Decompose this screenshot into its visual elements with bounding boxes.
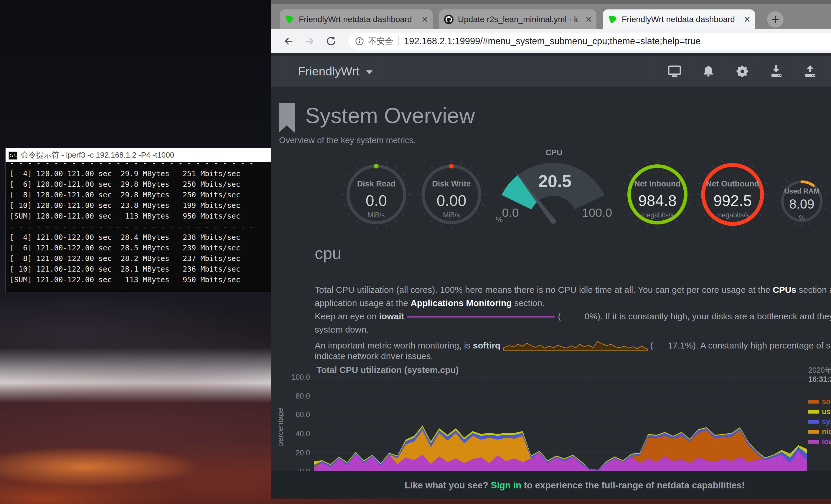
gauge-value: 20.5 [511, 171, 599, 191]
chart-time: 16:31:2 [808, 375, 831, 384]
terminal-line: [ 6] 120.00-121.00 sec 29.8 MBytes 250 M… [10, 179, 267, 190]
monitor-icon [667, 65, 682, 78]
tab-close-icon[interactable]: × [585, 15, 592, 24]
monitor-button[interactable] [657, 56, 691, 87]
hostname-dropdown[interactable]: FriendlyWrt [286, 56, 380, 87]
import-button[interactable] [759, 56, 793, 87]
help-line-2: application usage at the Applications Mo… [315, 298, 545, 308]
legend-label: iowait [822, 438, 831, 446]
gauge-min: 0.0 [481, 206, 540, 220]
legend-swatch [808, 430, 819, 434]
terminal-line: [ 8] 121.00-122.00 sec 28.2 MBytes 237 M… [10, 253, 267, 264]
tab-netdata-1[interactable]: FriendlyWrt netdata dashboard × [280, 9, 433, 29]
terminal-title-bar[interactable]: C:\. 命令提示符 - iperf3 -c 192.168.1.2 -P4 -… [6, 148, 271, 162]
applications-monitoring-link[interactable]: Applications Monitoring [410, 298, 512, 308]
signin-text-pre: Like what you see? [405, 480, 491, 491]
export-button[interactable] [793, 56, 827, 87]
legend-swatch [808, 400, 819, 404]
gauge-unit: % [757, 214, 831, 221]
reload-icon[interactable] [325, 36, 337, 47]
download-icon [769, 65, 783, 78]
ytick: 20.0 [284, 449, 310, 457]
gauge-label: Used RAM [757, 187, 831, 195]
netdata-icon [608, 14, 618, 25]
legend-item-nice[interactable]: nice [808, 426, 831, 437]
netdata-icon [285, 14, 295, 25]
info-icon[interactable] [355, 36, 364, 46]
disk-read-dot [374, 164, 379, 169]
section-title: cpu [315, 244, 341, 263]
gauge-label: Disk Write [407, 179, 496, 188]
signin-text-post: to experience the full-range of netdata … [521, 480, 745, 491]
desktop: C:\. 命令提示符 - iperf3 -c 192.168.1.2 -P4 -… [0, 0, 831, 504]
tab-separator [435, 14, 436, 25]
chart-title: Total CPU utilization (system.cpu) [316, 365, 459, 375]
bell-icon [702, 65, 715, 78]
terminal-line: [ 10] 121.00-122.00 sec 28.1 MBytes 236 … [10, 264, 267, 274]
ytick: 60.0 [284, 410, 310, 419]
security-label: 不安全 [368, 36, 393, 47]
tab-github[interactable]: Update r2s_lean_minimal.yml · k × [439, 9, 596, 29]
legend-label: nice [822, 427, 831, 436]
signin-banner: Like what you see? Sign in to experience… [271, 471, 831, 499]
gauge-value: 8.09 [757, 197, 831, 211]
legend-swatch [808, 420, 819, 423]
tab-close-icon[interactable]: × [744, 15, 750, 24]
github-icon [444, 14, 454, 25]
terminal-line: [ 4] 120.00-121.00 sec 29.9 MBytes 251 M… [10, 169, 267, 179]
terminal-line: [SUM] 121.00-122.00 sec 113 MBytes 950 M… [10, 274, 267, 285]
terminal-line: [ 6] 121.00-122.00 sec 28.5 MBytes 239 M… [10, 243, 267, 253]
settings-button[interactable] [725, 56, 759, 87]
legend-label: system [822, 417, 831, 426]
terminal-output: - - - - - - - - - - - - - - - - - - - - … [6, 162, 271, 292]
back-icon[interactable] [283, 36, 294, 47]
extra-button-partial[interactable] [829, 56, 831, 87]
gear-icon [736, 64, 749, 78]
gauge-label: CPU [510, 148, 598, 157]
legend-item-softirq[interactable]: softirq [808, 396, 831, 407]
ytick: 100.0 [284, 373, 310, 382]
softirq-value: 17.1%). [668, 340, 698, 350]
chart-areas [314, 425, 807, 472]
address-bar[interactable]: 不安全 192.168.2.1:19999/#menu_system_subme… [348, 33, 831, 50]
iowait-sparkline[interactable] [407, 316, 554, 318]
legend-swatch [808, 410, 819, 414]
cpus-link[interactable]: CPUs [773, 285, 796, 295]
softirq-sparkline[interactable] [503, 338, 648, 351]
chart-ylabel: percentage [276, 403, 284, 450]
new-tab-button[interactable]: + [767, 11, 783, 28]
bookmark-icon [279, 103, 295, 132]
help-line-5: An important metric worth monitoring, is… [315, 338, 831, 351]
page-title: System Overview [305, 103, 475, 128]
browser-window: FriendlyWrt netdata dashboard × Update r… [271, 0, 831, 499]
netdata-navbar: FriendlyWrt [271, 56, 831, 87]
chevron-down-icon [366, 70, 372, 74]
terminal-line: - - - - - - - - - - - - - - - - - - - - … [10, 162, 267, 169]
url-text[interactable]: 192.168.2.1:19999/#menu_system_submenu_c… [404, 36, 701, 47]
legend-item-user[interactable]: user [808, 407, 831, 416]
gauge-unit: % [496, 215, 503, 225]
browser-toolbar: 不安全 192.168.2.1:19999/#menu_system_subme… [271, 29, 831, 53]
tab-label: FriendlyWrt netdata dashboard [299, 15, 419, 24]
tab-netdata-active[interactable]: FriendlyWrt netdata dashboard × [603, 9, 755, 29]
terminal-line: [ 8] 120.00-121.00 sec 29.8 MBytes 250 M… [10, 190, 267, 200]
tab-close-icon[interactable]: × [422, 15, 428, 24]
netdata-page: FriendlyWrt [271, 53, 831, 499]
legend-item-system[interactable]: system [808, 416, 831, 426]
alarms-button[interactable] [691, 56, 725, 87]
page-subtitle: Overview of the key system metrics. [279, 136, 416, 145]
terminal-title: 命令提示符 - iperf3 -c 192.168.1.2 -P4 -t1000 [21, 150, 174, 160]
legend-label: softirq [822, 397, 831, 406]
cmd-icon: C:\. [8, 151, 18, 160]
terminal-line: - - - - - - - - - - - - - - - - - - - - … [10, 221, 267, 232]
terminal-window[interactable]: C:\. 命令提示符 - iperf3 -c 192.168.1.2 -P4 -… [5, 148, 271, 292]
forward-icon[interactable] [304, 36, 315, 47]
help-line-3: Keep an eye on iowait(0%). If it is cons… [315, 312, 831, 321]
legend-swatch [808, 440, 819, 444]
tab-label: Update r2s_lean_minimal.yml · k [458, 15, 582, 24]
cpu-chart[interactable] [314, 377, 807, 472]
sign-in-link[interactable]: Sign in [491, 480, 521, 491]
legend-item-iowait[interactable]: iowait [808, 437, 831, 447]
omnibox-separator [398, 36, 399, 46]
ytick: 80.0 [284, 392, 310, 400]
